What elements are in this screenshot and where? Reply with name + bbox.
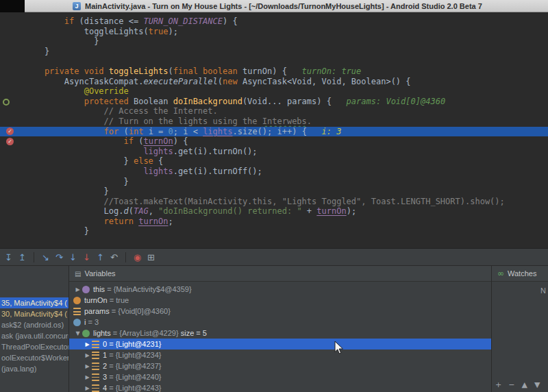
breakpoint-icon[interactable]: ✓ [6, 127, 14, 135]
stack-frame-row[interactable]: 35, MainActivity$4 ( [0, 297, 68, 308]
android-studio-window: J MainActivity.java - Turn on My House L… [0, 0, 548, 392]
code-line[interactable]: if (distance <= TURN_ON_DISTANCE) { [0, 16, 548, 27]
code-line[interactable]: // Access the Internet. [0, 106, 548, 117]
remove-watch-icon[interactable]: − [508, 380, 514, 389]
stack-frame-row[interactable]: ask$2 (android.os) [0, 319, 68, 330]
code-token: } [45, 47, 49, 56]
code-token: // Access the Internet. [104, 106, 218, 116]
overrides-method-icon[interactable] [3, 99, 10, 106]
code-token: executeParallel [143, 77, 217, 86]
move-watch-up-icon[interactable]: ▲ [521, 380, 527, 389]
chevron-expanded-icon[interactable]: ▼ [73, 330, 82, 336]
step-over-icon[interactable]: ↷ [53, 252, 65, 262]
code-token: turnOn [316, 206, 346, 216]
stack-frame-row[interactable]: ThreadPoolExecutor (ja [0, 341, 68, 352]
variables-tree: ▶this = {MainActivity$4@4359}turnOn = tr… [69, 284, 491, 392]
variable-row[interactable]: turnOn = true [69, 295, 491, 306]
add-watch-icon[interactable]: + [495, 380, 501, 389]
code-line[interactable]: } else { [0, 156, 548, 167]
variable-type-icon [82, 330, 90, 337]
step-into-icon[interactable]: ↓ [67, 252, 79, 262]
variable-row[interactable]: ▶3 = {Light@4240} [69, 371, 491, 382]
code-line[interactable]: @Override [0, 86, 548, 97]
hide-panel-icon[interactable]: ↧ [3, 252, 14, 262]
chevron-collapsed-icon[interactable]: ▶ [83, 385, 92, 391]
code-line[interactable] [0, 56, 548, 66]
restore-layout-icon[interactable]: ⊞ [145, 252, 157, 262]
chevron-collapsed-icon[interactable]: ▶ [83, 352, 92, 358]
equals-sign: = [107, 373, 116, 381]
code-token: TAG [134, 206, 149, 216]
code-line[interactable]: } [0, 177, 548, 187]
code-token: ( [218, 77, 223, 86]
title-bar[interactable]: J MainActivity.java - Turn on My House L… [0, 0, 548, 12]
chevron-collapsed-icon[interactable]: ▶ [83, 374, 92, 380]
variable-value: {Void[0]@4360} [118, 307, 171, 315]
code-token: //Toast.makeText(MainActivity.this, "Lig… [104, 197, 505, 206]
code-line[interactable]: for (int i = 0; i < lights.size(); i++) … [0, 127, 548, 137]
breakpoint-icon[interactable]: ✓ [6, 138, 14, 145]
code-line[interactable]: toggleLights(true); [0, 27, 548, 37]
code-line[interactable]: // Turn on the lights using the Interweb… [0, 117, 548, 127]
code-line[interactable]: AsyncTaskCompat.executeParallel(new Asyn… [0, 77, 548, 87]
stack-frame-row[interactable]: oolExecutor$Worker (ja [0, 352, 68, 363]
code-token: return [104, 217, 139, 226]
code-token: int [129, 127, 149, 136]
java-file-icon: J [73, 2, 81, 10]
variable-row[interactable]: ▶2 = {Light@4237} [69, 360, 491, 371]
code-line[interactable]: } [0, 47, 548, 57]
code-line[interactable]: protected Boolean doInBackground(Void...… [0, 97, 548, 107]
restore-panel-icon[interactable]: ↥ [16, 252, 28, 262]
code-line[interactable]: return turnOn; [0, 217, 548, 227]
stack-frame-row[interactable]: ask (java.util.concurre [0, 330, 68, 341]
code-token: lights [143, 167, 173, 176]
code-token: turnOn [138, 217, 168, 226]
code-token: .size(); i++) { [233, 127, 307, 136]
variable-row[interactable]: ▶this = {MainActivity$4@4359} [69, 284, 491, 295]
code-editor[interactable]: if (distance <= TURN_ON_DISTANCE) {toggl… [0, 12, 548, 248]
code-token: ) { [173, 136, 188, 146]
variable-row[interactable]: params = {Void[0]@4360} [69, 306, 491, 317]
variables-title: Variables [84, 269, 115, 278]
code-token: if [123, 136, 138, 146]
chevron-collapsed-icon[interactable]: ▶ [83, 363, 92, 369]
mouse-cursor [334, 341, 344, 355]
variable-row[interactable]: ▶0 = {Light@4231} [69, 339, 491, 350]
code-line[interactable]: if (turnOn) {✓ [0, 136, 548, 147]
code-token: { [153, 156, 163, 166]
code-line[interactable]: Log.d(TAG, "doInBackground() returned: "… [0, 206, 548, 217]
code-token: for [104, 127, 124, 136]
variable-row[interactable]: ▼lights = {ArrayList@4229} size = 5 [69, 328, 491, 339]
stack-frame-row[interactable]: 30, MainActivity$4 ( [0, 308, 68, 319]
code-token: } [94, 36, 99, 46]
chevron-collapsed-icon[interactable]: ▶ [73, 286, 82, 293]
variable-type-icon [92, 363, 99, 370]
show-execution-point-icon[interactable]: ↘ [40, 252, 51, 262]
variable-type-icon [92, 373, 99, 381]
move-watch-down-icon[interactable]: ▼ [534, 380, 540, 389]
variable-row[interactable]: i = 3 [69, 317, 491, 328]
code-line[interactable]: private void toggleLights(final boolean … [0, 66, 548, 77]
code-token: .get(i).turnOn(); [173, 147, 258, 156]
code-line[interactable]: //Toast.makeText(MainActivity.this, "Lig… [0, 197, 548, 207]
force-step-into-icon[interactable]: ↓ [81, 252, 92, 262]
chevron-collapsed-icon[interactable]: ▶ [83, 341, 92, 347]
code-line[interactable]: } [0, 186, 548, 197]
code-line[interactable]: lights.get(i).turnOn(); [0, 147, 548, 157]
code-token: final boolean [173, 66, 242, 76]
drop-frame-icon[interactable]: ↶ [108, 252, 120, 262]
stack-frame-row[interactable]: (java.lang) [0, 363, 68, 374]
variable-value: {MainActivity$4@4359} [114, 285, 192, 293]
watches-toolbar: +−▲▼ [495, 380, 547, 389]
variables-panel: ▤ Variables ▶this = {MainActivity$4@4359… [69, 266, 492, 392]
code-token: ; [169, 217, 173, 226]
view-breakpoints-icon[interactable]: ◉ [132, 252, 143, 262]
step-out-icon[interactable]: ↑ [95, 252, 106, 262]
code-line[interactable]: } [0, 36, 548, 47]
code-line[interactable]: lights.get(i).turnOff(); [0, 167, 548, 177]
toolbar-separator [34, 252, 34, 262]
debug-inline-value: params: Void[0]@4360 [332, 97, 445, 106]
variable-row[interactable]: ▶1 = {Light@4234} [69, 350, 491, 360]
code-line[interactable]: } [0, 226, 548, 236]
variable-row[interactable]: ▶4 = {Light@4243} [69, 382, 491, 392]
